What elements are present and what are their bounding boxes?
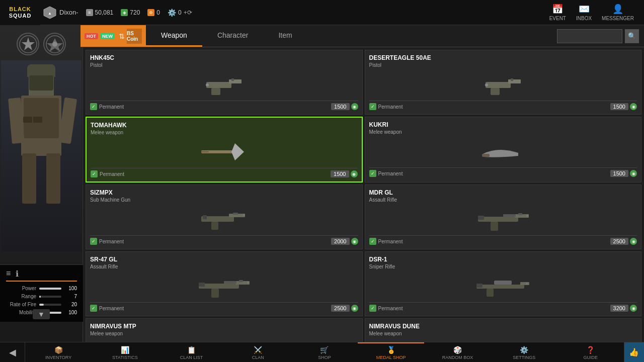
search-button[interactable]: 🔍 — [625, 29, 639, 43]
range-value: 7 — [64, 294, 77, 299]
item-footer: ✓ Permanent 1500 ◉ — [91, 168, 358, 177]
inventory-icon: 📦 — [54, 346, 63, 354]
price-currency-icon: ◉ — [630, 305, 637, 312]
like-button[interactable]: 👍 — [624, 342, 644, 362]
rof-value: 20 — [64, 302, 77, 307]
list-stats-icon[interactable]: ≡ — [6, 269, 11, 279]
power-bar — [39, 288, 61, 290]
tab-item[interactable]: Item — [263, 25, 307, 47]
tab-weapon[interactable]: Weapon — [146, 25, 202, 47]
price-currency-icon: ◉ — [351, 305, 358, 312]
nav-clan-list[interactable]: 📋 CLAN LIST — [158, 342, 224, 362]
statistics-icon: 📊 — [121, 346, 129, 354]
price-value: 1500 — [331, 170, 349, 177]
item-card[interactable]: DSR-1 Sniper Rifle ✓ Permanent 3200 ◉ — [365, 251, 642, 316]
messenger-nav-item[interactable]: 👤 MESSENGER — [602, 4, 634, 21]
item-footer: ✓ Permanent 1500 ◉ — [369, 101, 637, 110]
nav-inventory[interactable]: 📦 INVENTORY — [25, 342, 92, 362]
item-price: 1500 ◉ — [610, 103, 637, 110]
item-name: KUKRI — [369, 121, 637, 128]
range-label: Range — [6, 294, 36, 299]
svg-rect-30 — [478, 216, 484, 220]
item-card[interactable]: SR-47 GL Assault Rifle ✓ Permanent 2500 … — [86, 251, 363, 316]
price-value: 2500 — [331, 305, 349, 312]
svg-marker-18 — [231, 143, 244, 160]
nav-medal-shop[interactable]: 🏅 MEDAL SHOP — [358, 342, 424, 362]
nav-shop[interactable]: 🛒 SHOP — [291, 342, 358, 362]
price-currency-icon: ◉ — [351, 170, 358, 177]
item-type: Sub Machine Gun — [90, 197, 358, 203]
shop-icon: 🛒 — [320, 346, 329, 354]
svg-rect-8 — [229, 79, 242, 83]
power-label: Power — [6, 286, 36, 291]
clan-label: CLAN — [252, 355, 264, 360]
event-nav-item[interactable]: 📅 EVENT — [549, 4, 566, 21]
svg-rect-43 — [487, 289, 494, 297]
check-icon: ✓ — [369, 238, 376, 245]
nav-random-box[interactable]: 🎲 RANDOM BOX — [424, 342, 491, 362]
svg-rect-20 — [482, 154, 490, 157]
ammo-value: 0 — [178, 9, 182, 16]
scroll-down-button[interactable]: ▼ — [33, 309, 50, 319]
item-card[interactable]: DESERTEAGLE 50AE Pistol ✓ Permanent 1500… — [365, 50, 642, 115]
nav-guide[interactable]: ❓ GUIDE — [557, 342, 624, 362]
svg-rect-13 — [508, 79, 521, 83]
item-image — [369, 70, 637, 98]
svg-rect-32 — [518, 213, 522, 215]
duration-label: Permanent — [99, 239, 124, 244]
price-currency-icon: ◉ — [351, 238, 358, 245]
left-panel: ≡ ℹ Power 100 Range 7 Rate of Fire 20 Mo… — [0, 0, 83, 342]
bs-coin-label: BS Coin — [127, 31, 142, 42]
top-navigation: BLACKSQUAD ▲ Dixon- ≡ 50,081 ◈ 720 ⊕ 0 ⚙… — [0, 0, 644, 25]
player-name: Dixon- — [59, 9, 78, 16]
nav-statistics[interactable]: 📊 STATISTICS — [92, 342, 158, 362]
item-price: 2000 ◉ — [331, 238, 358, 245]
item-card[interactable]: HNK45C Pistol ✓ Permanent 1500 ◉ — [86, 50, 363, 115]
shop-navigation: HOT NEW ⇅ BS Coin Weapon Character Item … — [80, 25, 644, 47]
power-bar-container — [39, 288, 61, 290]
event-label: EVENT — [549, 16, 566, 21]
range-bar — [39, 296, 41, 298]
item-card[interactable]: KUKRI Melee weapon ✓ Permanent 1500 ◉ — [365, 117, 642, 183]
back-button[interactable]: ◀ — [0, 342, 25, 362]
inbox-nav-item[interactable]: ✉️ INBOX — [576, 4, 592, 21]
item-card[interactable]: MDR GL Assault Rifle ✓ Permanent 2500 ◉ — [365, 185, 642, 249]
item-grid-container[interactable]: HNK45C Pistol ✓ Permanent 1500 ◉ DESERTE… — [83, 47, 644, 342]
svg-point-6 — [52, 42, 57, 47]
nav-clan[interactable]: ⚔️ CLAN — [225, 342, 291, 362]
logo: BLACKSQUAD — [0, 0, 40, 25]
price-currency-icon: ◉ — [630, 103, 637, 110]
duration-label: Permanent — [378, 104, 403, 110]
item-image — [90, 205, 358, 233]
rof-bar-container — [39, 304, 61, 306]
duration-label: Permanent — [99, 306, 124, 311]
check-icon: ✓ — [91, 170, 98, 177]
item-type: Sniper Rifle — [369, 264, 637, 269]
bs-coin-tab[interactable]: HOT NEW ⇅ BS Coin — [80, 25, 146, 47]
settings-label: SETTINGS — [513, 355, 535, 360]
item-card[interactable]: NIMRAVUS DUNE Melee weapon ✓ Permanent 4… — [365, 318, 642, 342]
rof-label: Rate of Fire — [6, 302, 36, 307]
svg-text:▲: ▲ — [48, 11, 52, 16]
item-card[interactable]: SIZMPX Sub Machine Gun ✓ Permanent 2000 … — [86, 185, 363, 249]
price-value: 1500 — [610, 170, 628, 177]
inbox-label: INBOX — [576, 16, 592, 21]
item-footer: ✓ Permanent 2500 ◉ — [369, 235, 637, 245]
search-input[interactable] — [557, 29, 622, 43]
item-footer: ✓ Permanent 1500 ◉ — [90, 101, 358, 110]
tab-character[interactable]: Character — [202, 25, 263, 47]
messenger-icon: 👤 — [612, 4, 623, 15]
stats-icons-bar: ≡ ℹ — [6, 269, 77, 282]
mobility-label: Mobility — [6, 310, 36, 315]
coin-currency: ≡ 50,081 — [86, 9, 114, 16]
cash-value: 720 — [130, 9, 140, 16]
item-duration: ✓ Permanent — [369, 305, 403, 312]
item-type: Pistol — [369, 62, 637, 68]
item-duration: ✓ Permanent — [90, 103, 124, 110]
info-stats-icon[interactable]: ℹ — [16, 269, 19, 279]
item-footer: ✓ Permanent 2000 ◉ — [90, 235, 358, 245]
nav-settings[interactable]: ⚙️ SETTINGS — [491, 342, 557, 362]
item-card[interactable]: TOMAHAWK Melee weapon ✓ Permanent 1500 ◉ — [86, 117, 363, 183]
item-card[interactable]: NIMRAVUS MTP Melee weapon ✓ Permanent 42… — [86, 318, 363, 342]
svg-rect-19 — [201, 151, 209, 152]
